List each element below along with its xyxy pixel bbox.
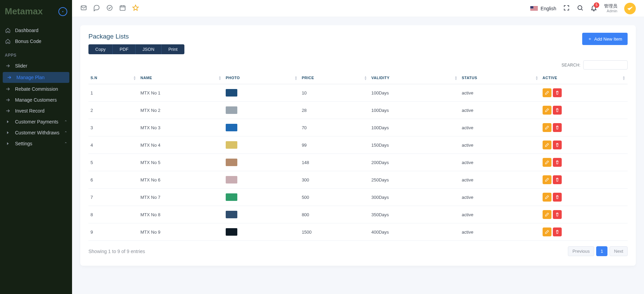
sidebar-item-customer-payments[interactable]: Customer Payments⌃	[0, 116, 72, 127]
cell-price: 1500	[300, 223, 369, 241]
cell-status: active	[460, 154, 541, 171]
thumbnail	[226, 141, 237, 149]
edit-button[interactable]	[543, 123, 551, 132]
sidebar-item-label: Dashboard	[15, 28, 39, 33]
table-footer: Showing 1 to 9 of 9 entries Previous1Nex…	[88, 246, 628, 256]
sidebar-item-manage-customers[interactable]: Manage Customers	[0, 94, 72, 105]
check-icon[interactable]	[106, 4, 113, 13]
delete-button[interactable]	[553, 88, 562, 97]
export-json-button[interactable]: JSON	[136, 44, 162, 54]
edit-button[interactable]	[543, 106, 551, 115]
cell-status: active	[460, 84, 541, 102]
sidebar-item-slider[interactable]: Slider	[0, 60, 72, 71]
delete-button[interactable]	[553, 175, 562, 184]
avatar[interactable]	[624, 3, 636, 14]
delete-button[interactable]	[553, 193, 562, 202]
cell-status: active	[460, 171, 541, 189]
sidebar-item-bonus-code[interactable]: Bonus Code	[0, 36, 72, 47]
pager-page-1[interactable]: 1	[596, 246, 607, 256]
svg-rect-3	[120, 6, 125, 10]
cell-status: active	[460, 119, 541, 136]
thumbnail	[226, 159, 237, 166]
cell-photo	[224, 171, 300, 189]
search-icon[interactable]	[577, 4, 584, 13]
fullscreen-icon[interactable]	[563, 4, 570, 13]
thumbnail	[226, 124, 237, 131]
edit-button[interactable]	[543, 175, 551, 184]
col-photo[interactable]: PHOTO▲▼	[224, 72, 300, 84]
cell-validity: 100Days	[369, 84, 460, 102]
mail-icon[interactable]	[80, 4, 87, 13]
delete-button[interactable]	[553, 141, 562, 149]
star-icon[interactable]	[132, 4, 139, 13]
thumbnail	[226, 176, 237, 183]
col-name[interactable]: NAME▲▼	[138, 72, 224, 84]
delete-button[interactable]	[553, 210, 562, 219]
pager-prev-button[interactable]: Previous	[568, 246, 594, 256]
table-row: 3MTX No 370100Daysactive	[88, 119, 628, 136]
sort-icon: ▲▼	[454, 76, 458, 80]
user-info[interactable]: 管理员 Admin	[604, 4, 617, 13]
add-new-item-button[interactable]: ＋ Add New Item	[582, 33, 628, 45]
export-print-button[interactable]: Print	[162, 44, 184, 54]
col-price[interactable]: PRICE▲▼	[300, 72, 369, 84]
cell-name: MTX No 7	[138, 189, 224, 206]
col-sn[interactable]: S.N▲▼	[88, 72, 138, 84]
sort-icon: ▲▼	[219, 76, 222, 80]
sidebar-item-dashboard[interactable]: Dashboard	[0, 25, 72, 36]
sidebar-item-invest-record[interactable]: Invest Record	[0, 105, 72, 116]
pager-next-button[interactable]: Next	[610, 246, 628, 256]
home-icon	[5, 28, 11, 33]
sidebar-item-rebate-commission[interactable]: Rebate Commission	[0, 84, 72, 94]
search-input[interactable]	[583, 60, 628, 70]
cell-actions	[541, 171, 628, 189]
home-icon	[5, 39, 11, 44]
delete-button[interactable]	[553, 227, 562, 236]
edit-button[interactable]	[543, 210, 551, 219]
card-title: Package Lists	[88, 33, 184, 40]
edit-button[interactable]	[543, 193, 551, 202]
col-status[interactable]: STATUS▲▼	[460, 72, 541, 84]
cell-status: active	[460, 189, 541, 206]
sidebar-item-customer-withdraws[interactable]: Customer Withdraws⌃	[0, 127, 72, 138]
flag-icon	[530, 6, 538, 11]
cell-validity: 100Days	[369, 102, 460, 119]
thumbnail	[226, 193, 237, 201]
delete-button[interactable]	[553, 123, 562, 132]
sort-icon: ▲▼	[535, 76, 538, 80]
export-pdf-button[interactable]: PDF	[113, 44, 136, 54]
edit-button[interactable]	[543, 88, 551, 97]
cell-sn: 2	[88, 102, 138, 119]
card-header: Package Lists CopyPDFJSONPrint ＋ Add New…	[88, 33, 628, 54]
cell-name: MTX No 5	[138, 154, 224, 171]
cell-photo	[224, 136, 300, 154]
delete-button[interactable]	[553, 158, 562, 167]
chat-icon[interactable]	[93, 4, 100, 13]
calendar-icon[interactable]	[119, 4, 126, 13]
cell-actions	[541, 223, 628, 241]
sidebar-item-label: Bonus Code	[15, 39, 41, 44]
sidebar-item-label: Settings	[15, 141, 32, 146]
sort-icon: ▲▼	[133, 76, 136, 80]
edit-button[interactable]	[543, 227, 551, 236]
cell-name: MTX No 1	[138, 84, 224, 102]
language-selector[interactable]: English	[530, 6, 556, 11]
col-validity[interactable]: VALIDITY▲▼	[369, 72, 460, 84]
notifications-button[interactable]: 5	[590, 4, 597, 13]
col-active[interactable]: ACTIVE▲▼	[541, 72, 628, 84]
cell-name: MTX No 2	[138, 102, 224, 119]
cell-validity: 400Days	[369, 223, 460, 241]
chevron-up-icon: ⌃	[64, 142, 67, 146]
arrow-icon	[5, 86, 11, 92]
app-logo: Metamax	[5, 6, 43, 17]
edit-button[interactable]	[543, 158, 551, 167]
sidebar-item-manage-plan[interactable]: Manage Plan	[3, 72, 69, 83]
target-icon[interactable]	[58, 7, 67, 16]
export-copy-button[interactable]: Copy	[88, 44, 113, 54]
sidebar-item-settings[interactable]: Settings⌃	[0, 138, 72, 149]
cell-validity: 150Days	[369, 136, 460, 154]
cell-actions	[541, 154, 628, 171]
cell-status: active	[460, 102, 541, 119]
edit-button[interactable]	[543, 141, 551, 149]
delete-button[interactable]	[553, 106, 562, 115]
